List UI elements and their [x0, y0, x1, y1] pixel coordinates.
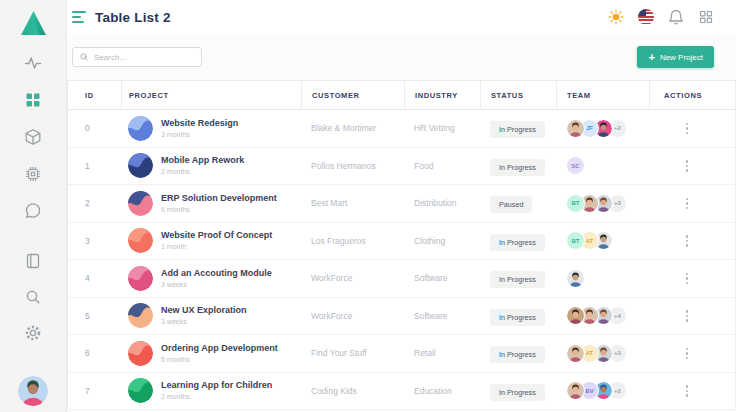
column-header-team: TEAM [556, 81, 649, 110]
toolbar: + New Project [67, 34, 736, 68]
team-avatar-photo [566, 344, 585, 363]
theme-sun-icon[interactable] [608, 9, 624, 25]
cell-project: Ordering App Development5 months [121, 341, 301, 366]
project-duration: 3 weeks [161, 318, 247, 325]
sidebar-item-chat[interactable] [24, 202, 42, 220]
project-name: Ordering App Development [161, 344, 278, 354]
project-name: Mobile App Rework [161, 156, 244, 166]
cell-id: 1 [68, 161, 121, 171]
sidebar-item-notebook[interactable] [24, 252, 42, 270]
cell-customer: WorkForce [301, 311, 404, 321]
row-actions-menu-icon[interactable] [683, 157, 692, 175]
cell-project: Website Redesign3 months [121, 116, 301, 141]
team-avatar-photo [566, 119, 585, 138]
sidebar-item-search[interactable] [24, 288, 42, 306]
table-row: 3Website Proof Of Concept1 monthLos Frag… [68, 223, 735, 261]
sidebar-item-dashboard[interactable] [24, 91, 42, 109]
row-actions-menu-icon[interactable] [683, 232, 692, 250]
cell-team: +4 [556, 306, 649, 325]
sidebar-item-activity[interactable] [24, 54, 42, 72]
project-duration: 1 month [161, 243, 272, 250]
sidebar-item-chip[interactable] [24, 165, 42, 183]
project-duration: 2 months [161, 393, 272, 400]
project-name: Website Proof Of Concept [161, 231, 272, 241]
cell-status: In Progress [480, 381, 556, 401]
sidebar-item-box[interactable] [24, 128, 42, 146]
status-badge: In Progress [490, 309, 545, 326]
column-header-status: STATUS [480, 81, 556, 110]
cell-project: Add an Accouting Module3 weeks [121, 266, 301, 291]
cell-project: New UX Exploration3 weeks [121, 303, 301, 328]
cell-customer: Coding Kids [301, 386, 404, 396]
table-row: 4Add an Accouting Module3 weeksWorkForce… [68, 260, 735, 298]
column-header-id: ID [68, 81, 121, 110]
project-duration: 3 months [161, 131, 238, 138]
column-header-project: PROJECT [121, 81, 301, 110]
cell-id: 6 [68, 348, 121, 358]
row-actions-menu-icon[interactable] [683, 345, 692, 363]
table-row: 7Learning App for Children2 monthsCoding… [68, 373, 735, 411]
cell-actions [649, 345, 735, 363]
language-flag-us[interactable] [638, 9, 654, 25]
cell-industry: Clothing [404, 236, 480, 246]
new-project-button[interactable]: + New Project [637, 46, 714, 68]
cell-industry: HR Vetting [404, 123, 480, 133]
search-icon [79, 48, 89, 66]
app-logo-triangle-icon[interactable] [20, 10, 47, 36]
cell-customer: Find Your Stuff [301, 348, 404, 358]
project-duration: 3 weeks [161, 281, 272, 288]
cell-customer: Pollos Hermanos [301, 161, 404, 171]
main-area: Table List 2 + New Project IDPROJE [67, 0, 736, 412]
project-icon [128, 191, 153, 216]
project-icon [128, 341, 153, 366]
cell-industry: Education [404, 386, 480, 396]
table-row: 2ERP Solution Development6 monthsBest Ma… [68, 185, 735, 223]
sidebar [0, 0, 67, 412]
apps-grid-icon[interactable] [698, 9, 714, 25]
project-duration: 2 months [161, 168, 244, 175]
row-actions-menu-icon[interactable] [683, 382, 692, 400]
project-duration: 6 months [161, 206, 277, 213]
row-actions-menu-icon[interactable] [683, 307, 692, 325]
cell-status: Paused [480, 193, 556, 213]
cell-status: In Progress [480, 118, 556, 138]
project-name: Add an Accouting Module [161, 269, 272, 279]
menu-hamburger-icon[interactable] [72, 11, 87, 23]
cell-actions [649, 120, 735, 138]
notifications-bell-icon[interactable] [668, 9, 684, 25]
status-badge: In Progress [490, 271, 545, 288]
cell-status: In Progress [480, 231, 556, 251]
cell-id: 0 [68, 123, 121, 133]
project-icon [128, 266, 153, 291]
cell-id: 7 [68, 386, 121, 396]
cell-status: In Progress [480, 343, 556, 363]
project-duration: 5 months [161, 356, 278, 363]
projects-table: IDPROJECTCUSTOMERINDUSTRYSTATUSTEAMACTIO… [67, 80, 736, 410]
row-actions-menu-icon[interactable] [683, 195, 692, 213]
cell-customer: Los Fragueros [301, 236, 404, 246]
status-badge: In Progress [490, 346, 545, 363]
user-avatar[interactable] [18, 376, 48, 406]
table-body: 0Website Redesign3 monthsBlake & Mortime… [68, 110, 735, 410]
cell-customer: WorkForce [301, 273, 404, 283]
project-name: ERP Solution Development [161, 194, 277, 204]
cell-team [556, 269, 649, 288]
cell-industry: Software [404, 311, 480, 321]
cell-status: In Progress [480, 156, 556, 176]
row-actions-menu-icon[interactable] [683, 120, 692, 138]
project-name: New UX Exploration [161, 306, 247, 316]
cell-team: SC [556, 156, 649, 175]
cell-industry: Retail [404, 348, 480, 358]
team-avatar-photo [566, 269, 585, 288]
cell-actions [649, 195, 735, 213]
row-actions-menu-icon[interactable] [683, 270, 692, 288]
cell-project: Website Proof Of Concept1 month [121, 228, 301, 253]
cell-project: Learning App for Children2 months [121, 378, 301, 403]
topbar: Table List 2 [67, 0, 736, 34]
search-input[interactable] [94, 53, 204, 62]
cell-id: 3 [68, 236, 121, 246]
cell-industry: Food [404, 161, 480, 171]
table-row: 5New UX Exploration3 weeksWorkForceSoftw… [68, 298, 735, 336]
cell-id: 2 [68, 198, 121, 208]
sidebar-item-settings[interactable] [24, 324, 42, 342]
